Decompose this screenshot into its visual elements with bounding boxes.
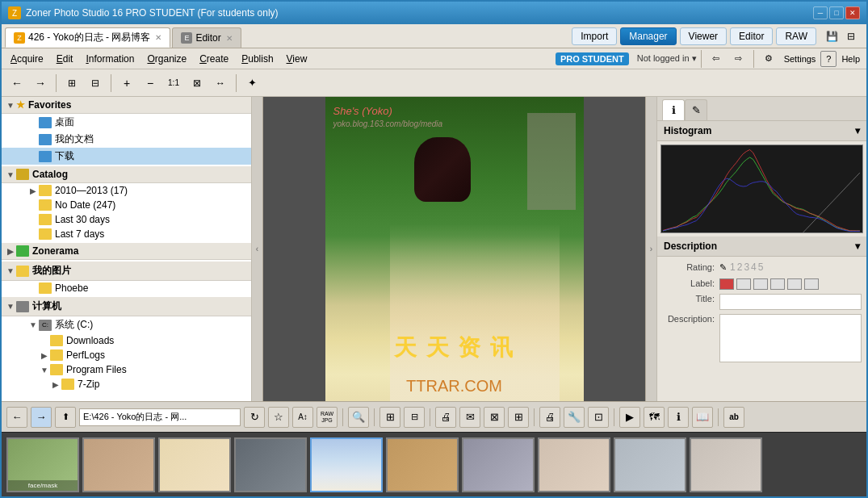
zoom-btn[interactable]: 🔍	[348, 407, 369, 428]
title-input[interactable]	[719, 294, 862, 310]
nav-manager[interactable]: Manager	[620, 27, 676, 45]
left-panel-collapse[interactable]: ‹	[252, 97, 263, 401]
tab-editor[interactable]: E Editor ✕	[172, 27, 241, 48]
mypictures-header[interactable]: ▼ 我的图片	[2, 262, 251, 281]
tree-phoebe[interactable]: Phoebe	[2, 281, 251, 295]
zoom-out-button[interactable]: −	[140, 73, 161, 94]
text-btn[interactable]: ab	[723, 407, 744, 428]
help-button[interactable]: ?	[820, 51, 837, 67]
thumb-3[interactable]	[158, 437, 231, 492]
tree-downloads[interactable]: Downloads	[2, 333, 251, 348]
menu-view[interactable]: View	[281, 51, 313, 67]
sort-btn[interactable]: A↕	[292, 407, 313, 428]
nav-raw[interactable]: RAW	[776, 27, 816, 45]
label-gray3[interactable]	[770, 278, 785, 290]
share2-btn[interactable]: ⊞	[508, 407, 529, 428]
edit-icon[interactable]: ✎	[719, 262, 727, 273]
label-gray5[interactable]	[804, 278, 819, 290]
settings-icon[interactable]: ⚙	[758, 48, 779, 69]
star-5[interactable]: 5	[758, 262, 764, 273]
tree-programfiles[interactable]: ▼ Program Files	[2, 362, 251, 377]
zonerama-header[interactable]: ▶ Zonerama	[2, 243, 251, 260]
settings-label[interactable]: Settings	[781, 54, 820, 64]
compare-button[interactable]: ⊟	[85, 73, 106, 94]
thumb-2[interactable]	[82, 437, 155, 492]
tree-downloads-fav[interactable]: 下载	[2, 148, 251, 165]
label-gray1[interactable]	[736, 278, 751, 290]
browse-button[interactable]: ⊞	[61, 73, 82, 94]
maximize-button[interactable]: □	[829, 6, 844, 19]
star-4[interactable]: 4	[751, 262, 757, 273]
description-textarea[interactable]	[719, 314, 862, 362]
tab-manager[interactable]: Z 426 - Yoko的日志 - 网易博客 ✕	[5, 27, 170, 48]
forward-button[interactable]: →	[30, 73, 51, 94]
catalog-btn[interactable]: 📖	[692, 407, 713, 428]
menu-edit[interactable]: Edit	[51, 51, 79, 67]
bookmark-btn[interactable]: ☆	[268, 407, 289, 428]
help-label[interactable]: Help	[838, 54, 863, 64]
minimize-button[interactable]: ─	[813, 6, 828, 19]
tab-close-editor[interactable]: ✕	[226, 34, 233, 43]
grid2-btn[interactable]: ⊟	[404, 407, 425, 428]
enhance-button[interactable]: ✦	[241, 73, 262, 94]
thumb-8[interactable]	[538, 437, 610, 492]
star-2[interactable]: 2	[737, 262, 743, 273]
thumb-9[interactable]	[614, 437, 686, 492]
fwd-status-btn[interactable]: →	[31, 407, 52, 428]
print-btn[interactable]: 🖨	[435, 407, 456, 428]
tools-btn[interactable]: 🔧	[564, 407, 585, 428]
up-status-btn[interactable]: ⬆	[55, 407, 76, 428]
print2-btn[interactable]: 🖨	[539, 407, 560, 428]
favorites-header[interactable]: ▼ ★ Favorites	[2, 97, 251, 114]
menu-acquire[interactable]: Acquire	[5, 51, 49, 67]
menu-organize[interactable]: Organize	[141, 51, 192, 67]
email-btn[interactable]: ✉	[459, 407, 480, 428]
panel-tab-edit[interactable]: ✎	[685, 99, 707, 120]
tree-last30[interactable]: Last 30 days	[2, 212, 251, 227]
login-status[interactable]: Not logged in ▾	[637, 53, 697, 64]
menu-create[interactable]: Create	[194, 51, 234, 67]
right-panel-collapse[interactable]: ›	[645, 97, 656, 401]
star-1[interactable]: 1	[730, 262, 736, 273]
menu-publish[interactable]: Publish	[236, 51, 279, 67]
tree-drive-c[interactable]: ▼ C: 系统 (C:)	[2, 316, 251, 333]
tree-7zip[interactable]: ▶ 7-Zip	[2, 377, 251, 391]
save-icon[interactable]: 💾	[823, 27, 841, 45]
thumb-5[interactable]	[310, 437, 383, 492]
histogram-section-header[interactable]: Histogram ▾	[657, 121, 866, 141]
tree-2010-2013[interactable]: ▶ 2010—2013 (17)	[2, 183, 251, 198]
nav-viewer[interactable]: Viewer	[680, 27, 727, 45]
label-gray4[interactable]	[787, 278, 802, 290]
label-red[interactable]	[719, 278, 734, 290]
thumb-7[interactable]	[462, 437, 535, 492]
sync-icon[interactable]: ⇨	[728, 48, 749, 69]
thumb-6[interactable]	[386, 437, 459, 492]
nav-editor[interactable]: Editor	[730, 27, 773, 45]
tree-mydocs[interactable]: 我的文档	[2, 131, 251, 148]
catalog-header[interactable]: ▼ Catalog	[2, 166, 251, 183]
tab-close-manager[interactable]: ✕	[155, 33, 161, 42]
zoom-1to1-button[interactable]: 1:1	[163, 73, 184, 94]
slideshow-btn[interactable]: ▶	[619, 407, 640, 428]
thumb-1[interactable]: face/mask	[6, 437, 79, 492]
star-3[interactable]: 3	[744, 262, 749, 273]
thumb-4[interactable]	[234, 437, 307, 492]
tree-nodate[interactable]: No Date (247)	[2, 198, 251, 212]
menu-information[interactable]: Information	[80, 51, 140, 67]
back-button[interactable]: ←	[6, 73, 27, 94]
view-icon[interactable]: ⊟	[842, 27, 860, 45]
description-section-header[interactable]: Description ▾	[657, 236, 866, 257]
zoom-in-button[interactable]: +	[116, 73, 137, 94]
tree-last7[interactable]: Last 7 days	[2, 227, 251, 241]
nav-import[interactable]: Import	[572, 27, 617, 45]
share-btn[interactable]: ⊠	[484, 407, 505, 428]
export-btn[interactable]: ⊡	[588, 407, 609, 428]
close-button[interactable]: ✕	[845, 6, 860, 19]
raw-jpg-btn[interactable]: RAWJPG	[317, 407, 338, 428]
thumb-10[interactable]	[690, 437, 762, 492]
tree-perflogs[interactable]: ▶ PerfLogs	[2, 348, 251, 362]
computer-header[interactable]: ▼ 计算机	[2, 297, 251, 316]
fit-button[interactable]: ⊠	[187, 73, 208, 94]
tree-desktop[interactable]: 桌面	[2, 114, 251, 131]
refresh-btn[interactable]: ↻	[244, 407, 265, 428]
